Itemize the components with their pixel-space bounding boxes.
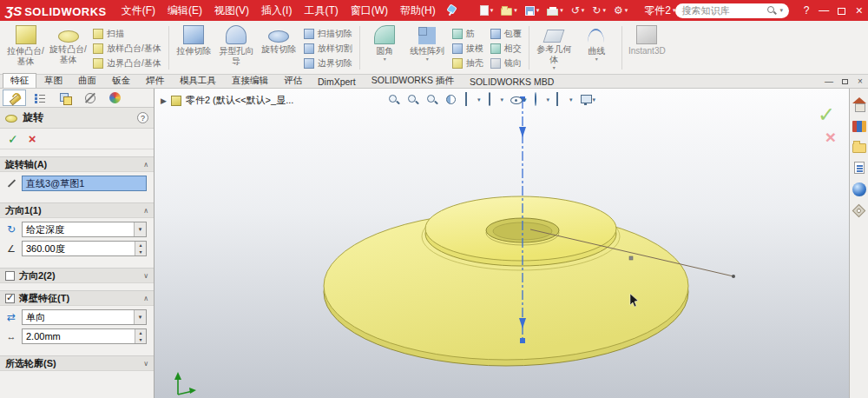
graphics-area[interactable]: ▶ 零件2 (默认<<默认>_显... ▾ ▾ ▾ ▾ ▾ ▾ — [155, 89, 849, 398]
tab-surfaces[interactable]: 曲面 — [70, 73, 104, 88]
menu-help[interactable]: 帮助(H) — [394, 0, 442, 21]
tab-sketch[interactable]: 草图 — [36, 73, 70, 88]
menu-file[interactable]: 文件(F) — [115, 0, 161, 21]
direction2-section-header[interactable]: 方向2(2) ∨ — [0, 268, 154, 283]
flyout-expand-icon[interactable]: ▶ — [161, 96, 167, 105]
search-icon[interactable] — [766, 5, 777, 16]
doc-close-button[interactable]: × — [852, 75, 868, 88]
angle-input[interactable]: 360.00度 ▴▾ — [22, 241, 147, 256]
view-settings-button[interactable]: ▾ — [579, 93, 596, 106]
wrap-button[interactable]: 包覆 — [490, 27, 522, 40]
solidworks-resources-tab home-icon[interactable] — [852, 97, 866, 111]
selected-contours-section-header[interactable]: 所选轮廓(S) ∨ — [0, 355, 154, 371]
previous-view-button[interactable] — [425, 93, 438, 106]
tab-displaymanager[interactable] — [103, 90, 127, 106]
menu-window[interactable]: 窗口(W) — [345, 0, 394, 21]
confirm-ok-button[interactable]: ✓ — [818, 104, 835, 125]
pin-menu-icon[interactable] — [445, 4, 455, 17]
menu-tools[interactable]: 工具(T) — [298, 0, 344, 21]
zoom-area-button[interactable] — [406, 93, 419, 106]
menu-view[interactable]: 视图(V) — [208, 0, 255, 21]
spinner-arrows[interactable]: ▴▾ — [135, 329, 146, 343]
hide-show-items-button[interactable]: ▾ — [510, 93, 527, 106]
tab-propertymanager[interactable] — [3, 90, 26, 106]
menu-insert[interactable]: 插入(I) — [255, 0, 298, 21]
lofted-boss-button[interactable]: 放样凸台/基体 — [93, 42, 161, 55]
revolve-cut-button[interactable]: 旋转切除 — [259, 23, 299, 72]
doc-minimize-button[interactable]: — — [821, 75, 837, 88]
display-style-button[interactable]: ▾ — [487, 93, 504, 106]
axis-section-header[interactable]: 旋转轴(A) ∧ — [0, 156, 154, 172]
tab-direct-editing[interactable]: 直接编辑 — [224, 73, 276, 88]
edit-appearance-button[interactable]: ▾ — [533, 93, 550, 106]
reverse-direction-icon[interactable]: ↻ — [3, 222, 19, 236]
thin-feature-section-header[interactable]: 薄壁特征(T) ∧ — [0, 290, 154, 306]
doc-restore-button[interactable] — [837, 75, 852, 88]
direction2-checkbox[interactable] — [5, 271, 15, 281]
instant3d-button[interactable]: Instant3D — [627, 23, 667, 72]
apply-scene-button[interactable]: ▾ — [556, 93, 573, 106]
knowledge-search-box[interactable]: 搜索知识库 ▾ — [675, 3, 789, 18]
axis-selection-field[interactable]: 直线3@草图1 — [22, 176, 147, 191]
maximize-button[interactable] — [832, 0, 850, 21]
section-view-button[interactable] — [444, 93, 457, 106]
tab-solidworks-addins[interactable]: SOLIDWORKS 插件 — [364, 73, 462, 88]
rib-button[interactable]: 筋 — [452, 27, 483, 40]
extrude-cut-button[interactable]: 拉伸切除 — [174, 23, 214, 72]
design-library-tab books-icon[interactable] — [852, 121, 866, 132]
help-button[interactable]: ? — [798, 0, 815, 21]
thin-feature-checkbox[interactable] — [5, 294, 15, 303]
custom-properties-tab tag-icon[interactable] — [852, 204, 866, 218]
zoom-fit-button[interactable] — [387, 93, 400, 106]
lofted-cut-button[interactable]: 放样切割 — [304, 42, 352, 55]
view-palette-tab page-icon[interactable] — [854, 162, 865, 174]
tab-solidworks-mbd[interactable]: SOLIDWORKS MBD — [462, 75, 562, 88]
view-orientation-button[interactable]: ▾ — [464, 93, 481, 106]
tab-sheet-metal[interactable]: 钣金 — [104, 73, 138, 88]
curves-button[interactable]: 曲线 ▾ — [576, 23, 617, 72]
redo-button[interactable]: ↻▾ — [589, 2, 608, 19]
new-document-button[interactable]: ▾ — [477, 2, 496, 19]
feature-tree-flyout[interactable]: ▶ 零件2 (默认<<默认>_显... — [161, 94, 293, 107]
tab-configurationmanager[interactable] — [53, 90, 76, 106]
panel-ok-button[interactable]: ✓ — [8, 132, 18, 146]
thickness-input[interactable]: 2.00mm ▴▾ — [22, 328, 147, 344]
undo-button[interactable]: ↺▾ — [569, 2, 588, 19]
tab-mold-tools[interactable]: 模具工具 — [172, 73, 224, 88]
tab-weldments[interactable]: 焊件 — [138, 73, 172, 88]
fillet-button[interactable]: 圆角 ▾ — [365, 23, 405, 72]
spinner-arrows[interactable]: ▴▾ — [135, 242, 146, 255]
menu-edit[interactable]: 编辑(E) — [161, 0, 208, 21]
panel-help-icon[interactable]: ? — [137, 112, 148, 123]
revolve-boss-button[interactable]: 旋转凸台/基体 — [48, 23, 89, 72]
options-button[interactable]: ⚙▾ — [611, 2, 630, 19]
boundary-cut-button[interactable]: 边界切除 — [304, 56, 352, 70]
print-button[interactable]: ▾ — [544, 2, 566, 19]
thin-type-dropdown[interactable]: 单向 ▾ — [22, 309, 147, 325]
end-condition-dropdown[interactable]: 给定深度 ▾ — [22, 222, 147, 237]
linear-pattern-button[interactable]: 线性阵列 ▾ — [407, 23, 448, 72]
save-button[interactable]: ▾ — [523, 2, 542, 19]
tab-featuremanager-tree[interactable] — [28, 90, 51, 106]
swept-cut-button[interactable]: 扫描切除 — [304, 27, 352, 40]
panel-cancel-button[interactable]: × — [29, 131, 36, 146]
minimize-button[interactable]: — — [815, 0, 832, 21]
open-button[interactable]: ▾ — [498, 2, 520, 19]
tab-dimxpert[interactable]: DimXpert — [310, 75, 364, 88]
file-explorer-tab folder-icon[interactable] — [852, 143, 866, 153]
tab-dimxpertmanager[interactable] — [78, 90, 102, 106]
appearances-scenes-tab sphere-icon[interactable] — [852, 182, 866, 196]
tab-features[interactable]: 特征 — [3, 73, 36, 88]
reference-geometry-button[interactable]: 参考几何体 ▾ — [534, 23, 575, 72]
close-button[interactable]: × — [851, 0, 868, 21]
shell-button[interactable]: 抽壳 — [452, 56, 483, 70]
hole-wizard-button[interactable]: 异型孔向导 — [216, 23, 257, 72]
confirm-cancel-button[interactable]: × — [825, 128, 836, 146]
search-caret-icon[interactable]: ▾ — [779, 7, 783, 14]
tab-evaluate[interactable]: 评估 — [276, 73, 310, 88]
direction1-section-header[interactable]: 方向1(1) ∧ — [0, 202, 154, 218]
swept-boss-button[interactable]: 扫描 — [93, 27, 161, 40]
mirror-button[interactable]: 镜向 — [490, 56, 522, 70]
draft-button[interactable]: 拔模 — [452, 42, 483, 55]
thin-reverse-icon[interactable]: ⇄ — [3, 310, 19, 324]
